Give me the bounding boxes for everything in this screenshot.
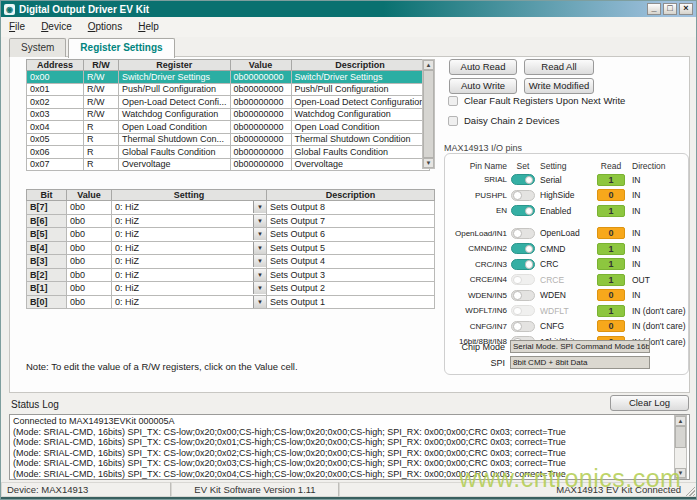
- bit-label-cell: B[1]: [27, 282, 67, 296]
- register-row[interactable]: 0x00R/WSwitch/Driver Settings0b00000000S…: [27, 71, 430, 84]
- register-cell: 0x06: [27, 146, 84, 159]
- register-row[interactable]: 0x04ROpen Load Condition0b00000000Open L…: [27, 121, 430, 134]
- maximize-button[interactable]: □: [663, 3, 677, 15]
- scroll-down-icon[interactable]: ▼: [423, 158, 434, 168]
- pin-toggle-switch[interactable]: [511, 259, 535, 270]
- bit-setting-dropdown[interactable]: 0: HiZ▼: [112, 228, 267, 242]
- pin-toggle-switch[interactable]: [511, 321, 535, 332]
- register-cell: 0x00: [27, 71, 84, 84]
- register-cell[interactable]: 0b00000000: [230, 133, 291, 146]
- pin-toggle-switch[interactable]: [511, 190, 535, 201]
- dropdown-arrow-icon[interactable]: ▼: [253, 255, 266, 267]
- pin-toggle-switch[interactable]: [511, 228, 535, 239]
- scrollbar-thumb[interactable]: [423, 70, 434, 158]
- menu-item-options[interactable]: Options: [88, 21, 122, 32]
- bit-description-cell: Sets Output 6: [267, 228, 435, 242]
- read-all-button[interactable]: Read All: [524, 59, 594, 75]
- scroll-down-icon[interactable]: ▼: [675, 468, 686, 478]
- status-log-lines: Connected to MAX14913EVKit 000005A(Mode:…: [13, 416, 686, 479]
- scrollbar-thumb[interactable]: [675, 426, 686, 448]
- scroll-up-icon[interactable]: ▲: [675, 416, 686, 426]
- register-row[interactable]: 0x05RThermal Shutdown Con...0b00000000Th…: [27, 133, 430, 146]
- pin-toggle-switch[interactable]: [511, 243, 535, 254]
- register-cell: Open-Load Detect Confi...: [119, 96, 231, 109]
- bit-setting-dropdown[interactable]: 0: HiZ▼: [112, 282, 267, 296]
- bit-description-cell: Sets Output 5: [267, 241, 435, 255]
- bit-setting-dropdown[interactable]: 0: HiZ▼: [112, 241, 267, 255]
- register-cell: R: [84, 121, 119, 134]
- pin-direction-label: IN: [632, 244, 641, 254]
- register-row[interactable]: 0x01R/WPush/Pull Configuration0b00000000…: [27, 83, 430, 96]
- pin-read-badge: 1: [597, 274, 625, 286]
- register-cell: Thermal Shutdown Con...: [119, 133, 231, 146]
- io-pin-row: PUSHPLHighSide0IN: [447, 188, 686, 204]
- menu-item-help[interactable]: Help: [138, 21, 159, 32]
- close-button[interactable]: ×: [679, 3, 693, 15]
- dropdown-arrow-icon[interactable]: ▼: [253, 228, 266, 240]
- dropdown-arrow-icon[interactable]: ▼: [253, 269, 266, 281]
- register-cell: Push/Pull Configuration: [119, 83, 231, 96]
- menu-item-file[interactable]: File: [9, 21, 25, 32]
- register-cell[interactable]: 0b00000000: [230, 96, 291, 109]
- checkbox-row-0[interactable]: Clear Fault Registers Upon Next Write: [448, 95, 625, 106]
- register-cell[interactable]: 0b00000000: [230, 146, 291, 159]
- bit-setting-dropdown[interactable]: 0: HiZ▼: [112, 255, 267, 269]
- scroll-up-icon[interactable]: ▲: [423, 60, 434, 70]
- pin-setting-label: CNFG: [540, 321, 595, 331]
- checkbox[interactable]: [448, 116, 458, 126]
- pin-toggle-switch[interactable]: [511, 290, 535, 301]
- checkbox[interactable]: [448, 96, 458, 106]
- bit-setting-value: 0: HiZ: [112, 243, 253, 253]
- bit-setting-dropdown[interactable]: 0: HiZ▼: [112, 268, 267, 282]
- tab-register-settings[interactable]: Register Settings: [68, 38, 174, 58]
- dropdown-arrow-icon[interactable]: ▼: [253, 282, 266, 294]
- register-cell[interactable]: 0b00000000: [230, 83, 291, 96]
- register-cell[interactable]: 0b00000000: [230, 71, 291, 84]
- minimize-button[interactable]: _: [647, 3, 661, 15]
- tab-system[interactable]: System: [9, 38, 66, 57]
- io-pins-column-header: Read: [597, 161, 625, 171]
- bit-row: B[5]0b00: HiZ▼Sets Output 6: [27, 228, 435, 242]
- bit-setting-dropdown[interactable]: 0: HiZ▼: [112, 201, 267, 215]
- register-cell: 0x05: [27, 133, 84, 146]
- status-log-line: (Mode: SRIAL-CMD, 16bits) SPI_TX: CS-low…: [13, 469, 686, 480]
- pin-name-label: SRIAL: [447, 175, 507, 184]
- bit-description-cell: Sets Output 2: [267, 282, 435, 296]
- dropdown-arrow-icon[interactable]: ▼: [253, 201, 266, 213]
- dropdown-arrow-icon[interactable]: ▼: [253, 296, 266, 308]
- menu-item-device[interactable]: Device: [41, 21, 72, 32]
- auto-read-button[interactable]: Auto Read: [449, 59, 517, 75]
- register-row[interactable]: 0x07ROvervoltage0b00000000Overvoltage: [27, 158, 430, 171]
- register-row[interactable]: 0x03R/WWatchdog Configuration0b00000000W…: [27, 108, 430, 121]
- resize-grip[interactable]: [683, 483, 695, 496]
- dropdown-arrow-icon[interactable]: ▼: [253, 242, 266, 254]
- register-row[interactable]: 0x06RGlobal Faults Condition0b00000000Gl…: [27, 146, 430, 159]
- write-modified-button[interactable]: Write Modified: [524, 78, 594, 94]
- auto-write-button[interactable]: Auto Write: [449, 78, 517, 94]
- clear-log-button[interactable]: Clear Log: [610, 395, 689, 411]
- io-pins-title: MAX14913 I/O pins: [444, 143, 522, 153]
- bit-setting-dropdown[interactable]: 0: HiZ▼: [112, 214, 267, 228]
- pin-toggle-switch[interactable]: [511, 205, 535, 216]
- status-log-box[interactable]: Connected to MAX14913EVKit 000005A(Mode:…: [9, 414, 690, 480]
- pin-toggle-switch[interactable]: [511, 174, 535, 185]
- status-log-scrollbar[interactable]: ▲ ▼: [674, 415, 687, 479]
- register-row[interactable]: 0x02R/WOpen-Load Detect Confi...0b000000…: [27, 96, 430, 109]
- io-pins-rows: SRIALSerial1INPUSHPLHighSide0INENEnabled…: [447, 172, 686, 350]
- pin-name-label: CMND/IN2: [447, 244, 507, 253]
- status-connection: MAX14913 EV Kit Connected: [339, 482, 697, 497]
- register-cell[interactable]: 0b00000000: [230, 108, 291, 121]
- register-table-scrollbar[interactable]: ▲ ▼: [422, 59, 435, 169]
- checkbox-row-1[interactable]: Daisy Chain 2 Devices: [448, 115, 625, 126]
- bit-setting-dropdown[interactable]: 0: HiZ▼: [112, 295, 267, 309]
- register-column-header: Register: [119, 60, 231, 71]
- register-cell[interactable]: 0b00000000: [230, 158, 291, 171]
- spi-label: SPI: [447, 358, 505, 368]
- register-cell[interactable]: 0b00000000: [230, 121, 291, 134]
- register-cell: Global Faults Condition: [119, 146, 231, 159]
- pin-name-label: EN: [447, 206, 507, 215]
- bit-setting-value: 0: HiZ: [112, 270, 253, 280]
- dropdown-arrow-icon[interactable]: ▼: [253, 215, 266, 227]
- checkbox-label: Daisy Chain 2 Devices: [464, 115, 560, 126]
- register-cell: R/W: [84, 96, 119, 109]
